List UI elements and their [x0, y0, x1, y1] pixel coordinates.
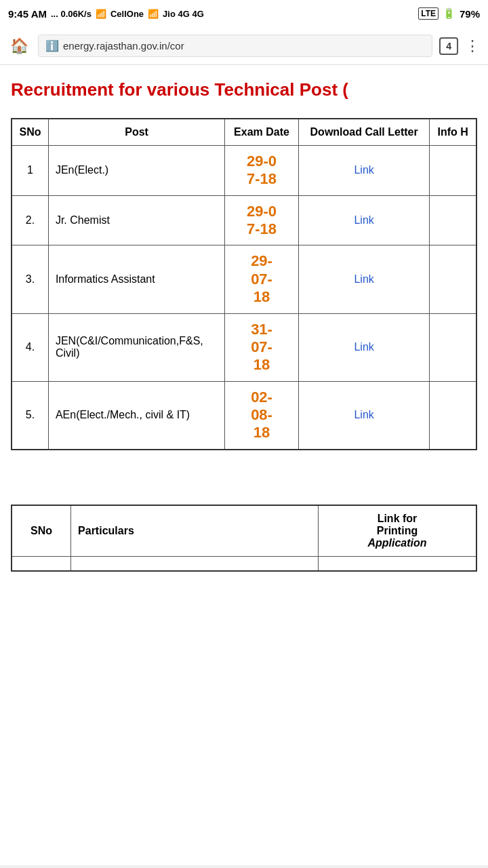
recruitment-table-wrapper: SNo Post Exam Date Download Call Letter …: [11, 118, 477, 477]
battery-level: 79%: [460, 8, 480, 20]
row-sno: 2.: [12, 195, 48, 245]
col-header-post: Post: [48, 119, 224, 146]
row-sno: 1: [12, 145, 48, 195]
row-post: Informatics Assistant: [48, 245, 224, 313]
table-row: 1 JEn(Elect.) 29-07-18 Link: [12, 145, 476, 195]
second-table-wrapper: SNo Particulars Link forPrintingApplicat…: [11, 505, 477, 572]
carrier-1: CellOne: [110, 9, 144, 19]
row-info: [430, 381, 476, 450]
row-info: [430, 195, 476, 245]
row2-link: [318, 556, 476, 571]
row-post: JEN(C&I/Communication,F&S,Civil): [48, 313, 224, 381]
status-time: 9:45 AM: [8, 8, 47, 20]
menu-button[interactable]: ⋮: [465, 37, 481, 55]
table-row: 2. Jr. Chemist 29-07-18 Link: [12, 195, 476, 245]
row-post: JEn(Elect.): [48, 145, 224, 195]
row-info: [430, 313, 476, 381]
table-row: 4. JEN(C&I/Communication,F&S,Civil) 31-0…: [12, 313, 476, 381]
recruitment-table: SNo Post Exam Date Download Call Letter …: [11, 118, 477, 450]
home-button[interactable]: 🏠: [7, 34, 31, 58]
printing-table: SNo Particulars Link forPrintingApplicat…: [11, 505, 477, 572]
row-sno: 4.: [12, 313, 48, 381]
spacer: [11, 477, 477, 505]
row-exam-date: 29-07-18: [225, 145, 299, 195]
col2-header-link-for-printing: Link forPrintingApplication: [318, 505, 476, 557]
row-post: Jr. Chemist: [48, 195, 224, 245]
col-header-download-call-letter: Download Call Letter: [298, 119, 430, 146]
tab-count-button[interactable]: 4: [439, 37, 458, 55]
col-header-exam-date: Exam Date: [225, 119, 299, 146]
status-bar: 9:45 AM ... 0.06K/s 📶 CellOne 📶 Jio 4G 4…: [0, 0, 488, 27]
link-for-printing-label: Link forPrintingApplication: [367, 513, 426, 549]
row-info: [430, 145, 476, 195]
col2-header-particulars: Particulars: [71, 505, 319, 557]
table-row: 5. AEn(Elect./Mech., civil & IT) 02-08-1…: [12, 381, 476, 450]
row-call-letter-link[interactable]: Link: [298, 313, 430, 381]
row2-sno: [12, 556, 71, 571]
signal-bars-2: 📶: [148, 9, 159, 19]
row-call-letter-link[interactable]: Link: [298, 245, 430, 313]
security-icon: ℹ️: [45, 39, 59, 52]
url-text: energy.rajasthan.gov.in/cor: [63, 40, 184, 52]
row-exam-date: 29-07-18: [225, 195, 299, 245]
row-exam-date: 31-07-18: [225, 313, 299, 381]
row-call-letter-link[interactable]: Link: [298, 195, 430, 245]
row2-particulars: [71, 556, 319, 571]
row-sno: 3.: [12, 245, 48, 313]
row-info: [430, 245, 476, 313]
page-content: Recruitment for various Technical Post (…: [0, 65, 488, 865]
row-post: AEn(Elect./Mech., civil & IT): [48, 381, 224, 450]
page-title: Recruitment for various Technical Post (: [11, 79, 477, 102]
battery-icon: 🔋: [443, 7, 455, 20]
row-exam-date: 29-07-18: [225, 245, 299, 313]
col-header-sno: SNo: [12, 119, 48, 146]
row-sno: 5.: [12, 381, 48, 450]
network-speed: ... 0.06K/s: [51, 9, 92, 19]
carrier-2: Jio 4G 4G: [163, 9, 204, 19]
row-call-letter-link[interactable]: Link: [298, 145, 430, 195]
row-call-letter-link[interactable]: Link: [298, 381, 430, 450]
table-row: 3. Informatics Assistant 29-07-18 Link: [12, 245, 476, 313]
lte-badge: LTE: [418, 7, 439, 20]
col2-header-sno: SNo: [12, 505, 71, 557]
table-row: [12, 556, 476, 571]
row-exam-date: 02-08-18: [225, 381, 299, 450]
address-bar[interactable]: ℹ️ energy.rajasthan.gov.in/cor: [38, 35, 432, 57]
signal-bars-1: 📶: [96, 9, 106, 19]
col-header-info: Info H: [430, 119, 476, 146]
browser-bar: 🏠 ℹ️ energy.rajasthan.gov.in/cor 4 ⋮: [0, 27, 488, 65]
